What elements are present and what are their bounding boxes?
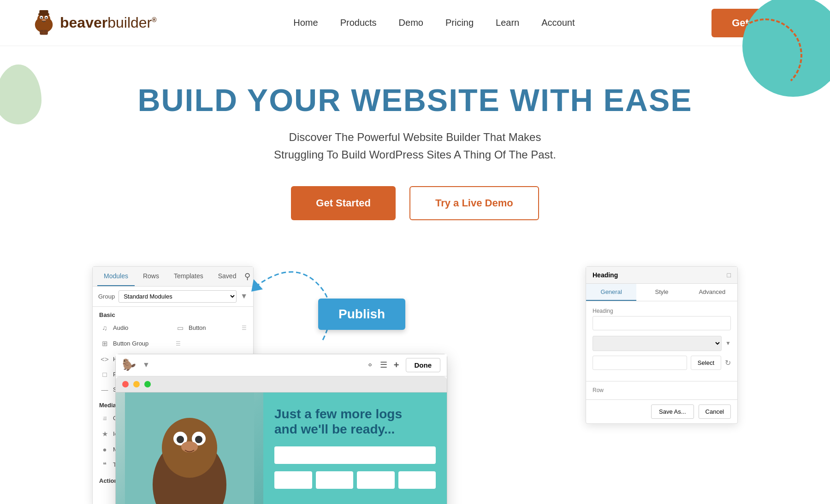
button-group-icon: ⊞	[100, 340, 109, 348]
nav-products[interactable]: Products	[340, 18, 377, 28]
group-select[interactable]: Standard Modules	[119, 290, 237, 303]
beaver-logo-icon	[28, 7, 60, 39]
tab-templates[interactable]: Templates	[167, 267, 210, 286]
svg-point-11	[47, 22, 52, 26]
nav-demo[interactable]: Demo	[399, 18, 423, 28]
icon-icon: ★	[100, 430, 109, 438]
svg-point-10	[36, 22, 40, 26]
close-dot	[122, 381, 129, 387]
bell-icon[interactable]: ⚬	[367, 360, 374, 370]
separator-icon: —	[100, 386, 109, 393]
map-icon: ●	[100, 445, 109, 453]
module-button-group[interactable]: ⊞ Button Group	[97, 336, 173, 352]
group-label: Group	[98, 293, 115, 300]
modules-group-bar: Group Standard Modules ▼	[93, 287, 253, 307]
browser-form-title: Just a few more logsand we'll be ready..…	[274, 406, 436, 437]
button-icon: ▭	[176, 324, 185, 332]
nav-learn[interactable]: Learn	[496, 18, 519, 28]
heading-field-label: Heading	[593, 308, 731, 314]
svg-marker-14	[251, 279, 263, 292]
navbar: beaverbuilder® Home Products Demo Pricin…	[0, 0, 830, 46]
module-audio[interactable]: ♫ Audio	[97, 320, 173, 336]
svg-point-20	[177, 436, 184, 443]
heading-link-input[interactable]	[593, 356, 687, 370]
browser-form-area: Just a few more logsand we'll be ready..…	[263, 393, 447, 504]
svg-point-5	[46, 17, 47, 18]
chevron-down-icon[interactable]: ▼	[142, 361, 150, 369]
heading-tag-select[interactable]	[593, 336, 722, 351]
heading-link-row: Select ↻	[593, 356, 731, 370]
try-live-demo-button[interactable]: Try a Live Demo	[409, 186, 539, 220]
demo-section: Modules Rows Templates Saved ⚲ Group Sta…	[0, 248, 830, 504]
beaver-image	[116, 393, 263, 504]
svg-point-21	[195, 436, 202, 443]
deco-green-blob	[0, 64, 42, 124]
tab-rows[interactable]: Rows	[136, 267, 166, 286]
hero-buttons: Get Started Try a Live Demo	[9, 186, 821, 220]
browser-chrome-bar	[116, 376, 447, 393]
heading-select-row: ▼	[593, 336, 731, 351]
browser-window: 🦫 ▼ ⚬ ☰ + Done	[115, 354, 447, 504]
heading-panel-title-bar: Heading □	[586, 267, 737, 284]
get-started-button[interactable]: Get Started	[291, 186, 396, 220]
heading-tab-advanced[interactable]: Advanced	[687, 284, 737, 301]
form-input-1[interactable]	[274, 446, 436, 464]
close-icon[interactable]: □	[727, 271, 731, 279]
form-row	[274, 471, 436, 489]
demo-container: Modules Rows Templates Saved ⚲ Group Sta…	[92, 257, 738, 504]
hero-subheadline: Discover The Powerful Website Builder Th…	[254, 129, 576, 164]
drag-icon-2: ☰	[176, 340, 181, 347]
heading-panel-content: Heading ▼ Select ↻	[586, 301, 737, 381]
nav-pricing[interactable]: Pricing	[445, 18, 474, 28]
heading-tab-style[interactable]: Style	[636, 284, 687, 301]
heading-panel: Heading □ General Style Advanced Heading…	[586, 266, 738, 424]
beaver-photo	[125, 393, 254, 504]
chevron-icon: ▼	[725, 340, 731, 346]
heading-text-input[interactable]	[593, 316, 731, 330]
deco-dashed-arc	[729, 18, 802, 92]
nav-home[interactable]: Home	[293, 18, 318, 28]
maximize-dot	[144, 381, 151, 387]
heading-select-button[interactable]: Select	[691, 356, 721, 370]
heading-row-label: Row	[586, 381, 737, 399]
tab-modules[interactable]: Modules	[97, 267, 135, 286]
minimize-dot	[133, 381, 140, 387]
heading-panel-tabs: General Style Advanced	[586, 284, 737, 301]
refresh-icon: ↻	[725, 358, 731, 367]
svg-rect-13	[39, 10, 48, 15]
form-input-4[interactable]	[357, 471, 395, 489]
svg-point-22	[181, 441, 198, 452]
photo-icon: □	[100, 370, 109, 378]
form-input-2[interactable]	[274, 471, 312, 489]
logo-text: beaverbuilder®	[60, 14, 157, 31]
hero-section: BUILD YOUR WEBSITE WITH EASE Discover Th…	[0, 46, 830, 248]
save-as-button[interactable]: Save As...	[651, 404, 694, 419]
html-icon: <>	[100, 355, 109, 363]
basic-section-label: Basic	[93, 307, 253, 320]
publish-button[interactable]: Publish	[318, 299, 405, 330]
form-input-3[interactable]	[316, 471, 354, 489]
nav-account[interactable]: Account	[541, 18, 575, 28]
browser-content: Just a few more logsand we'll be ready..…	[116, 393, 447, 504]
nav-links: Home Products Demo Pricing Learn Account	[293, 18, 575, 28]
logo[interactable]: beaverbuilder®	[28, 7, 157, 39]
heading-panel-title: Heading	[593, 271, 618, 279]
hero-headline: BUILD YOUR WEBSITE WITH EASE	[9, 83, 821, 117]
builder-logo-icon: 🦫	[122, 358, 136, 371]
audio-icon: ♫	[100, 324, 109, 332]
modules-tabs: Modules Rows Templates Saved ⚲	[93, 267, 253, 287]
add-icon[interactable]: +	[394, 360, 399, 370]
svg-point-4	[41, 17, 42, 18]
done-button[interactable]: Done	[406, 358, 441, 372]
heading-panel-footer: Save As... Cancel	[586, 399, 737, 423]
slider-icon: ◽	[100, 414, 109, 422]
heading-tab-general[interactable]: General	[586, 284, 636, 301]
cancel-button[interactable]: Cancel	[699, 404, 731, 419]
list-icon[interactable]: ☰	[380, 360, 387, 370]
testimonials-icon: ❝	[100, 461, 109, 469]
form-input-5[interactable]	[398, 471, 436, 489]
